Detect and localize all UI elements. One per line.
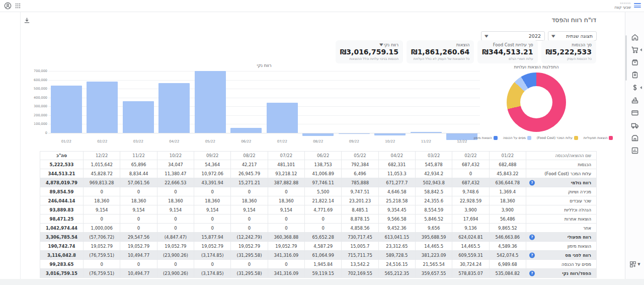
cell-value: 8,878.15 <box>342 215 378 224</box>
info-icon[interactable]: ? <box>529 180 535 185</box>
cart-icon[interactable] <box>631 46 639 54</box>
cell-value: 138,753 <box>305 160 342 169</box>
legend-item-3[interactable]: הוצאות מימון <box>474 136 498 140</box>
account-icon[interactable] <box>4 2 12 10</box>
col-header-total: סה"כ <box>40 152 84 160</box>
table-row-0: הכנסות682,488687,432545,878682,331792,38… <box>40 160 597 169</box>
cell-value: 969,813.28 <box>84 178 120 187</box>
x-axis-tick: 03/22 <box>123 139 154 144</box>
cell-value: 13,542.2 <box>342 260 378 269</box>
row-total: 4,878,019.79 <box>40 178 84 187</box>
cell-value: 4,858.56 <box>342 224 378 233</box>
col-header-month: 11/22 <box>120 152 157 160</box>
apps-grid-icon[interactable]: ▼ <box>625 261 644 268</box>
info-icon[interactable]: ? <box>529 252 535 258</box>
delivery-icon[interactable] <box>631 121 639 129</box>
cell-value: 589,728.5 <box>378 251 415 260</box>
cell-value: 715,711.75 <box>342 251 378 260</box>
chevron-down-icon: ▼ <box>637 262 640 266</box>
topbar: ssssss שבעי קצה <box>0 0 644 12</box>
menu-icon[interactable] <box>634 3 641 8</box>
legend-item-2[interactable]: מסים על הכנסה <box>503 136 531 140</box>
cell-value: 24,516.15 <box>378 260 415 269</box>
scrollbar-thumb[interactable] <box>625 35 627 81</box>
cell-value: 9,865.52 <box>489 224 526 233</box>
bar-11/22 <box>411 132 442 133</box>
register-icon[interactable] <box>631 96 639 104</box>
row-label: אחר <box>526 224 597 233</box>
cell-value: 502,943.8 <box>416 178 452 187</box>
cell-value: 22,666.53 <box>157 178 194 187</box>
cell-value: 5,846.52 <box>416 215 452 224</box>
legend-item-0[interactable]: הוצאות תפעוליות <box>584 136 613 140</box>
credit-card-icon[interactable] <box>631 109 639 117</box>
download-icon[interactable] <box>24 17 30 24</box>
col-header-month: 02/22 <box>452 152 489 160</box>
row-total: 1,042,974.44 <box>40 224 84 233</box>
home-icon[interactable] <box>631 33 639 41</box>
legend-item-1[interactable]: עלות המכר (Food Cost) <box>537 136 578 140</box>
cell-value: 0 <box>120 260 157 269</box>
cell-value: (12,242.79) <box>231 233 268 242</box>
donut-legend: הוצאות תפעוליותעלות המכר (Food Cost)מסים… <box>476 136 611 140</box>
cell-value: 19,052.79 <box>268 242 304 251</box>
row-label: הנהלה וכלליות <box>526 205 597 215</box>
cell-value: (31,295.58) <box>231 251 268 260</box>
cell-value: 18,360 <box>84 196 120 205</box>
bottom-strip <box>0 279 644 285</box>
y-axis-tick: 400,000 <box>27 96 47 100</box>
cell-value: 4,589.36 <box>489 242 526 251</box>
apps-icon[interactable] <box>15 3 21 9</box>
cell-value: 21,565.54 <box>416 260 452 269</box>
cell-value: 15,271.21 <box>231 178 268 187</box>
cell-value: 9,747.51 <box>342 187 378 196</box>
cell-value: 1,369.4 <box>489 187 526 196</box>
info-icon[interactable]: ? <box>529 234 535 240</box>
chevron-down-icon[interactable]: ▼ <box>379 43 383 47</box>
cell-value: 58,842.5 <box>416 187 452 196</box>
view-mode-value: תצוגה שנתית <box>566 33 593 39</box>
info-icon[interactable]: ? <box>529 270 535 276</box>
kpi-label: רווח נקי▼ <box>340 42 398 47</box>
cell-value: 42,934.2 <box>416 169 452 178</box>
kpi-value: ₪3,016,759.15 <box>340 48 398 56</box>
x-axis-tick: 07/22 <box>267 139 298 144</box>
bar-08/22 <box>302 133 334 136</box>
cell-value: 24,355.6 <box>416 196 452 205</box>
orders-icon[interactable] <box>631 71 639 79</box>
cell-value: 0 <box>194 215 231 224</box>
cell-value: 0 <box>157 187 194 196</box>
cell-value: 9,656 <box>416 224 452 233</box>
x-axis-tick: 05/22 <box>195 139 226 144</box>
cell-value: 97,746.11 <box>305 178 342 187</box>
store-icon[interactable] <box>631 134 639 142</box>
view-mode-select[interactable]: תצוגה שנתית ▼ <box>548 31 597 41</box>
row-label: עלות המכר (Food Cost) <box>526 169 597 178</box>
grid-line <box>48 133 480 133</box>
inventory-icon[interactable] <box>631 58 639 66</box>
payments-icon[interactable] <box>631 84 639 92</box>
cell-value: 9,566.58 <box>378 215 415 224</box>
reports-icon[interactable] <box>631 147 639 155</box>
x-axis-tick: 06/22 <box>230 139 262 144</box>
row-label: שכר עובדים <box>526 196 597 205</box>
table-row-11: מסים על הכנסה6,989.6830,724.2421,565.542… <box>40 260 597 269</box>
cell-value: 0 <box>194 187 231 196</box>
year-select[interactable]: 2022 ▼ <box>481 31 545 41</box>
cell-value: (31,295.58) <box>231 269 268 278</box>
company-branch: שבעי קצה <box>614 5 631 10</box>
x-axis-tick: 10/22 <box>374 139 406 144</box>
table-row-3: מכירה ושיווק1,369.49,748.658,842.54,646.… <box>40 187 597 196</box>
row-total: 89,854.59 <box>40 187 84 196</box>
row-label: רווח תפעולי? <box>526 233 597 242</box>
legend-label: עלות המכר (Food Cost) <box>537 136 573 140</box>
cell-value: 9,452.36 <box>378 224 415 233</box>
cell-value: 682,331 <box>378 160 415 169</box>
cell-value: 54,364 <box>194 160 231 169</box>
donut-hole <box>520 86 552 118</box>
kpi-subtitle: עלות חומרי הגלם <box>482 57 533 61</box>
cell-value: 0 <box>120 187 157 196</box>
row-label: הוצאות מימון <box>526 242 597 251</box>
cell-value: 0 <box>231 215 268 224</box>
year-value: 2022 <box>529 33 541 39</box>
